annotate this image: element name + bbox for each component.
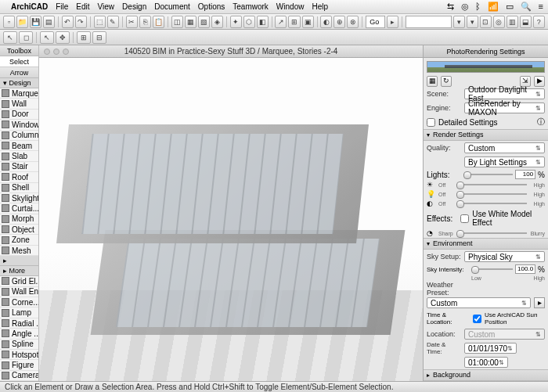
sun-position-checkbox[interactable] bbox=[473, 315, 481, 323]
open-button[interactable]: 📁 bbox=[16, 16, 28, 28]
menu-document[interactable]: Document bbox=[154, 2, 190, 11]
bt-icon[interactable]: ᛒ bbox=[475, 2, 481, 11]
bylight-select[interactable]: By Light Settings bbox=[464, 156, 545, 167]
spotlight-icon[interactable]: 🔍 bbox=[521, 2, 532, 11]
background-section[interactable]: Background bbox=[424, 369, 548, 381]
mode-a[interactable]: ⊞ bbox=[77, 31, 91, 44]
quality-select[interactable]: Custom bbox=[464, 142, 545, 153]
tool-column[interactable]: Column bbox=[0, 131, 38, 141]
blur-slider[interactable] bbox=[456, 229, 527, 237]
tool-angle[interactable]: Angle ... bbox=[0, 329, 38, 339]
tool-e[interactable]: ✦ bbox=[230, 16, 242, 28]
tool-t[interactable]: ? bbox=[533, 16, 545, 28]
preview-render-button[interactable]: ▶ bbox=[534, 76, 545, 87]
tool-c[interactable]: ▧ bbox=[198, 16, 210, 28]
tool-q[interactable]: ◎ bbox=[493, 16, 505, 28]
lights-value[interactable]: 100 bbox=[515, 170, 535, 179]
tool-o[interactable]: ▾ bbox=[467, 16, 478, 28]
tool-window[interactable]: Window bbox=[0, 120, 38, 130]
pick-button[interactable]: ⬚ bbox=[94, 16, 106, 28]
preview-size-button[interactable]: ▦ bbox=[427, 76, 438, 87]
tool-shell[interactable]: Shell bbox=[0, 183, 38, 193]
tool-camera[interactable]: Camera bbox=[0, 371, 38, 381]
sky-setup-select[interactable]: Physical Sky bbox=[464, 251, 545, 262]
undo-button[interactable]: ↶ bbox=[62, 16, 74, 28]
menu-window[interactable]: Window bbox=[276, 2, 305, 11]
signal-icon[interactable]: 📶 bbox=[488, 2, 499, 11]
menu-icon[interactable]: ≡ bbox=[539, 2, 543, 11]
arrow-a[interactable]: ↖ bbox=[40, 31, 54, 44]
lights-slider[interactable] bbox=[463, 171, 513, 178]
toolbox-select[interactable]: Select bbox=[0, 56, 38, 67]
tool-mesh[interactable]: Mesh bbox=[0, 246, 38, 256]
engine-select[interactable]: CineRender by MAXON bbox=[464, 102, 545, 113]
tool-p[interactable]: ⊡ bbox=[480, 16, 492, 28]
tool-a[interactable]: ◫ bbox=[171, 16, 183, 28]
scene-select[interactable]: Outdoor Daylight Fast bbox=[464, 88, 545, 99]
weather-more-button[interactable]: ▸ bbox=[534, 297, 545, 308]
copy-button[interactable]: ⎘ bbox=[139, 16, 151, 28]
render-section[interactable]: Render Settings bbox=[424, 129, 548, 141]
tool-n[interactable]: ▾ bbox=[453, 16, 465, 28]
tool-wallend[interactable]: Wall End bbox=[0, 287, 38, 297]
tool-b[interactable]: ▦ bbox=[185, 16, 196, 28]
render-preview[interactable] bbox=[427, 61, 545, 73]
group-document[interactable]: ▸ Document bbox=[0, 256, 38, 266]
search-field[interactable] bbox=[406, 16, 452, 28]
save-button[interactable]: 💾 bbox=[30, 16, 41, 28]
tool-slab[interactable]: Slab bbox=[0, 151, 38, 161]
menu-options[interactable]: Options bbox=[198, 2, 225, 11]
cut-button[interactable]: ✂ bbox=[126, 16, 138, 28]
tool-f[interactable]: ⬡ bbox=[243, 16, 255, 28]
tool-r[interactable]: ▥ bbox=[507, 16, 518, 28]
plot-button[interactable]: ▤ bbox=[43, 16, 55, 28]
tool-wall[interactable]: Wall bbox=[0, 99, 38, 109]
tool-skylight[interactable]: Skylight bbox=[0, 193, 38, 203]
tool-grid[interactable]: Grid El... bbox=[0, 276, 38, 286]
tool-curtain[interactable]: Curtai... bbox=[0, 203, 38, 214]
sync-icon[interactable]: ◎ bbox=[461, 2, 469, 11]
tool-s[interactable]: ⬓ bbox=[520, 16, 532, 28]
marquee-button[interactable]: ◻ bbox=[19, 31, 33, 44]
tool-hotspot[interactable]: Hotspot bbox=[0, 350, 38, 360]
tool-g[interactable]: ◧ bbox=[257, 16, 269, 28]
date-field[interactable]: 01/01/1970 bbox=[464, 343, 517, 354]
tool-marquee[interactable]: Marquee bbox=[0, 88, 38, 99]
tool-door[interactable]: Door bbox=[0, 110, 38, 120]
whitemodel-checkbox[interactable] bbox=[460, 214, 469, 223]
app-name[interactable]: ArchiCAD bbox=[11, 2, 48, 11]
minimize-icon[interactable] bbox=[53, 49, 59, 55]
battery-icon[interactable]: ▭ bbox=[506, 2, 514, 11]
menu-edit[interactable]: Edit bbox=[76, 2, 89, 11]
ambient-slider[interactable] bbox=[456, 200, 527, 207]
wifi-icon[interactable]: ⇆ bbox=[447, 2, 454, 11]
zoom-icon[interactable] bbox=[63, 49, 69, 55]
tool-h[interactable]: ↗ bbox=[275, 16, 287, 28]
preview-refresh-button[interactable]: ↻ bbox=[441, 76, 452, 87]
menu-design[interactable]: Design bbox=[122, 2, 146, 11]
menu-teamwork[interactable]: Teamwork bbox=[233, 2, 269, 11]
tool-morph[interactable]: Morph bbox=[0, 214, 38, 225]
sky-intensity-slider[interactable] bbox=[471, 265, 513, 273]
tool-beam[interactable]: Beam bbox=[0, 141, 38, 151]
group-design[interactable]: ▾ Design bbox=[0, 78, 38, 88]
tool-spline[interactable]: Spline bbox=[0, 340, 38, 350]
paste-button[interactable]: 📋 bbox=[153, 16, 164, 28]
mode-b[interactable]: ⊟ bbox=[92, 31, 106, 44]
lamp-slider[interactable] bbox=[456, 190, 527, 198]
tool-figure[interactable]: Figure bbox=[0, 360, 38, 370]
tool-zone[interactable]: Zone bbox=[0, 235, 38, 245]
tool-l[interactable]: ⊕ bbox=[333, 16, 345, 28]
tool-lamp[interactable]: Lamp bbox=[0, 307, 38, 318]
3d-canvas[interactable] bbox=[39, 58, 423, 381]
tool-j[interactable]: ▣ bbox=[302, 16, 314, 28]
sun-slider[interactable] bbox=[456, 181, 527, 189]
redo-button[interactable]: ↷ bbox=[75, 16, 87, 28]
toolbox-arrow[interactable]: Arrow bbox=[0, 67, 38, 78]
tool-k[interactable]: ◐ bbox=[320, 16, 332, 28]
tool-roof[interactable]: Roof bbox=[0, 172, 38, 182]
environment-section[interactable]: Environment bbox=[424, 238, 548, 250]
close-icon[interactable] bbox=[44, 49, 50, 55]
go-button[interactable]: ▸ bbox=[387, 16, 398, 28]
tool-corner[interactable]: Corne... bbox=[0, 297, 38, 307]
